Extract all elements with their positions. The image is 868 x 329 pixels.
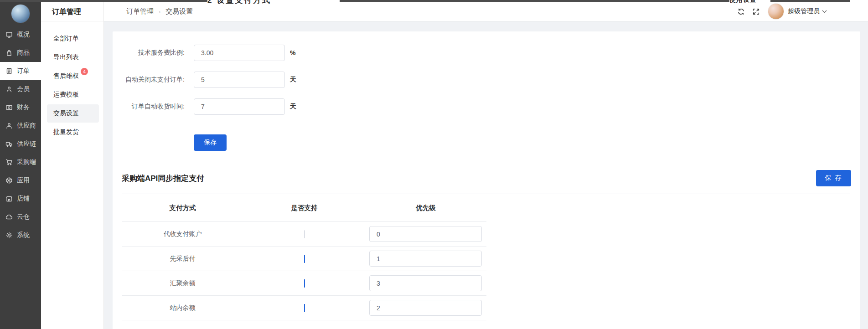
submenu-title: 订单管理: [41, 2, 103, 21]
payment-method-label: 先采后付: [122, 255, 243, 263]
priority-input[interactable]: [369, 275, 482, 291]
sidebar-item-finance[interactable]: 财务: [0, 98, 41, 117]
after-sales-count-badge: 4: [81, 68, 88, 75]
sidebar-item-cloud-warehouse[interactable]: 云仓: [0, 208, 41, 226]
submenu-item-label: 导出列表: [53, 53, 79, 62]
table-row-collect-account: 代收支付账户: [122, 221, 486, 246]
sidebar-item-procurement[interactable]: 采购端: [0, 153, 41, 171]
sidebar-item-label: 采购端: [17, 158, 36, 166]
sidebar-item-members[interactable]: 会员: [0, 80, 41, 98]
submenu-item-export-list[interactable]: 导出列表: [47, 48, 99, 67]
payment-method-label: 代收支付账户: [122, 230, 243, 238]
procurement-icon: [5, 159, 13, 166]
sidebar-item-label: 订单: [17, 67, 30, 75]
cloud-warehouse-icon: [5, 213, 13, 221]
priority-input[interactable]: [369, 300, 482, 316]
top-cutoff-bar: [770, 0, 850, 2]
form-save-button[interactable]: 保存: [194, 134, 227, 151]
service-fee-unit: %: [290, 49, 295, 57]
payment-methods-table: 支付方式 是否支持 优先级 代收支付账户 先采后付: [122, 194, 486, 320]
order-submenu-panel: 订单管理 全部订单 导出列表 售后维权 4 运费模板 交易设置 批量发货: [41, 0, 104, 329]
payment-table-header: 支付方式 是否支持 优先级: [122, 194, 486, 221]
apps-icon: [5, 177, 13, 184]
submenu-item-label: 批量发货: [53, 128, 79, 136]
payment-method-label: 站内余额: [122, 304, 243, 312]
form-row-auto-receive: 订单自动收货时间: 天: [122, 98, 851, 115]
submenu-item-all-orders[interactable]: 全部订单: [47, 30, 99, 48]
app-window: 概况 商品 订单 会员 财务 供应商 供应链 采购端: [0, 0, 868, 329]
sidebar-item-label: 系统: [17, 231, 30, 239]
sidebar-item-goods[interactable]: 商品: [0, 44, 41, 62]
submenu-item-batch-shipping[interactable]: 批量发货: [47, 123, 99, 141]
sidebar-item-supplier[interactable]: 供应商: [0, 117, 41, 135]
form-row-auto-close: 自动关闭未支付订单: 天: [122, 72, 851, 88]
breadcrumb-separator-icon: ›: [159, 8, 160, 15]
supported-checkbox[interactable]: [304, 279, 305, 288]
top-cutoff-text: 使用设置: [729, 0, 770, 4]
sidebar-item-label: 财务: [17, 103, 30, 112]
site-logo-avatar[interactable]: [11, 4, 30, 23]
sidebar-item-shop[interactable]: 店铺: [0, 190, 41, 208]
breadcrumb-trade-settings: 交易设置: [165, 7, 193, 16]
col-header-supported: 是否支持: [243, 204, 365, 212]
sidebar-item-label: 会员: [17, 85, 30, 93]
auto-close-label: 自动关闭未支付订单:: [122, 76, 185, 84]
sidebar-item-system[interactable]: 系统: [0, 226, 41, 244]
payment-section-title: 采购端API同步指定支付: [122, 173, 204, 184]
top-cutoff-text: 2 设置支付方式: [207, 0, 340, 4]
submenu-item-freight-template[interactable]: 运费模板: [47, 86, 99, 104]
orders-icon: [5, 67, 13, 75]
shop-icon: [5, 195, 13, 202]
submenu-item-trade-settings[interactable]: 交易设置: [47, 104, 99, 123]
auto-close-input[interactable]: [194, 72, 285, 88]
refresh-icon[interactable]: [737, 8, 745, 15]
sidebar-item-label: 供应商: [17, 122, 36, 130]
user-menu[interactable]: 超级管理员: [788, 7, 827, 15]
settings-card: 技术服务费比例: % 自动关闭未支付订单: 天 订单自动收货时间: 天 保存: [113, 31, 860, 329]
supply-chain-icon: [5, 140, 13, 148]
priority-input[interactable]: [369, 251, 482, 267]
goods-icon: [5, 49, 13, 57]
col-header-priority: 优先级: [365, 204, 486, 212]
chevron-down-icon: [822, 9, 827, 14]
primary-sidebar: 概况 商品 订单 会员 财务 供应商 供应链 采购端: [0, 0, 41, 329]
user-name-label: 超级管理员: [788, 7, 820, 15]
fullscreen-icon[interactable]: [752, 8, 760, 15]
top-cutoff-bar: [340, 0, 729, 2]
supported-checkbox[interactable]: [304, 304, 305, 312]
submenu-items: 全部订单 导出列表 售后维权 4 运费模板 交易设置 批量发货: [41, 21, 103, 141]
submenu-item-label: 交易设置: [53, 109, 79, 118]
auto-close-unit: 天: [290, 76, 296, 84]
submenu-item-label: 售后维权: [53, 72, 79, 80]
sidebar-item-apps[interactable]: 应用: [0, 171, 41, 190]
priority-input[interactable]: [369, 226, 482, 242]
service-fee-input[interactable]: [194, 45, 285, 61]
submenu-item-label: 全部订单: [53, 35, 79, 43]
sidebar-item-label: 应用: [17, 176, 30, 185]
logo-wrap: [0, 2, 41, 26]
payment-method-label: 汇聚余额: [122, 279, 243, 288]
system-icon: [5, 231, 13, 239]
members-icon: [5, 86, 13, 93]
sidebar-item-supply-chain[interactable]: 供应链: [0, 135, 41, 153]
col-header-method: 支付方式: [122, 204, 243, 212]
sidebar-item-label: 云仓: [17, 213, 30, 221]
submenu-item-after-sales[interactable]: 售后维权 4: [47, 67, 99, 85]
sidebar-item-overview[interactable]: 概况: [0, 26, 41, 44]
auto-receive-input[interactable]: [194, 98, 285, 115]
form-row-service-fee: 技术服务费比例: %: [122, 45, 851, 61]
auto-receive-label: 订单自动收货时间:: [122, 103, 185, 111]
supported-checkbox[interactable]: [304, 255, 305, 263]
sidebar-item-orders[interactable]: 订单: [0, 62, 41, 80]
supplier-icon: [5, 122, 13, 129]
overview-icon: [5, 31, 13, 38]
breadcrumb: 订单管理 › 交易设置: [126, 7, 193, 16]
sidebar-item-label: 商品: [17, 49, 30, 57]
supported-checkbox[interactable]: [304, 230, 305, 238]
payment-save-button[interactable]: 保 存: [816, 170, 851, 186]
main-area: 订单管理 › 交易设置 超级管理员 技术服务费比例: %: [104, 0, 868, 329]
header-right: 超级管理员: [737, 3, 827, 20]
user-avatar[interactable]: [768, 3, 784, 20]
breadcrumb-order-management[interactable]: 订单管理: [126, 7, 154, 16]
table-row-huiju-balance: 汇聚余额: [122, 271, 486, 295]
